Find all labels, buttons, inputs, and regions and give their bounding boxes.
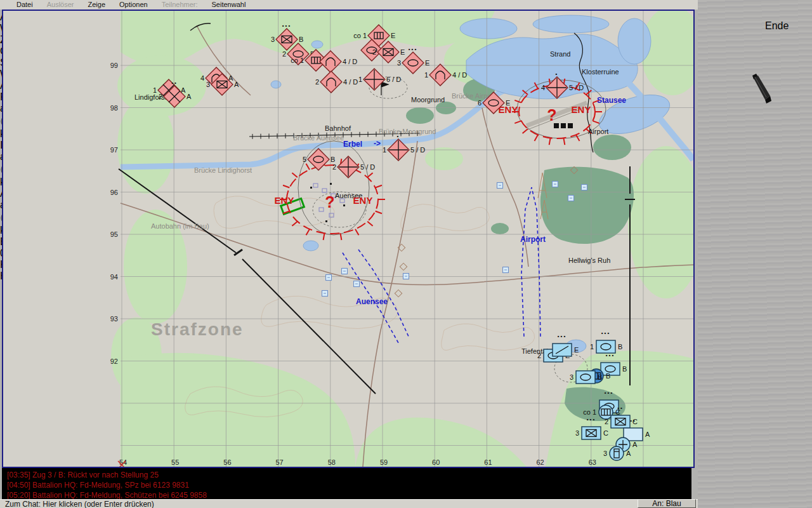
map-label: Strafzone: [151, 319, 244, 339]
map-graphic-icon: [354, 281, 360, 287]
grid-col-label: 56: [223, 458, 231, 466]
unit-label-left: 5: [303, 156, 306, 163]
pen-icon: [747, 68, 776, 105]
unit-label-right: E: [425, 59, 429, 67]
map-graphic-icon: [342, 269, 348, 274]
unit-label-left: co 1: [291, 57, 304, 64]
unit-label-right: C: [603, 429, 608, 437]
unit-label-right: 5 / D: [569, 84, 584, 91]
unit-strength-dots: ••: [630, 418, 636, 424]
menu-item-auslöser: Auslöser: [47, 0, 74, 10]
chat-recipient-button[interactable]: An: Blau: [638, 499, 696, 508]
unit-strength-dots: •: [397, 133, 400, 139]
map-label: Stausee: [597, 96, 626, 105]
unit-label-left: 3: [397, 59, 401, 67]
map-label: Strand: [550, 50, 570, 58]
map-graphic-icon: [326, 275, 332, 281]
unit-label-left: 2: [537, 352, 541, 359]
map-graphic-icon: [568, 196, 574, 201]
map-label: ENY: [353, 195, 373, 206]
map-graphic-icon: [503, 267, 509, 273]
unit-label-left: 2: [605, 418, 608, 425]
unit-strength-dots: ••: [617, 405, 624, 411]
menu-item-datei[interactable]: Datei: [16, 0, 33, 10]
unit-label-left: 3: [575, 429, 579, 437]
unit-label-left: 4: [200, 74, 204, 82]
unit-strength-dots: ••: [171, 80, 178, 86]
map-label: Hellwig's Ruh: [568, 257, 610, 264]
unit-label-right: B: [622, 365, 627, 373]
map-label: Auensee: [356, 297, 388, 306]
map-graphic-icon: [553, 182, 558, 187]
unit-label-right: B: [598, 373, 602, 381]
menu-item-optionen[interactable]: Optionen: [119, 0, 148, 10]
grid-col-label: 59: [380, 458, 388, 466]
grid-col-label: 63: [589, 458, 596, 466]
unit-label-left: 6: [478, 99, 481, 107]
unit-label-right: B: [299, 36, 303, 43]
grid-col-label: 55: [171, 458, 179, 466]
unit-label-right: 4 / D: [452, 71, 467, 79]
map-label: Bahnhof: [325, 124, 351, 132]
menu-item-seitenwahl[interactable]: Seitenwahl: [212, 0, 246, 10]
grid-col-label: 58: [328, 458, 336, 466]
unit-label-right: E: [506, 99, 510, 107]
map-label: Airport: [588, 128, 608, 135]
map-graphic-icon: [497, 183, 503, 189]
unit-strength-dots: •••: [606, 352, 615, 358]
unit-label-left: 3: [603, 450, 607, 457]
unit-label-left: 1: [383, 146, 386, 154]
map-canvas[interactable]: 999897969594939254555657585960616263: [2, 10, 695, 468]
unit-label-right: 4 / D: [343, 78, 358, 86]
unit-strength-dots: •••: [605, 390, 613, 396]
unit-label-left: 1: [153, 86, 157, 94]
unit-label-left: 3: [570, 373, 573, 381]
grid-col-label: 62: [536, 458, 544, 466]
map-label: ENY: [275, 195, 294, 206]
menu-bar: DateiAuslöserZeigeOptionenTeilnehmer:Sei…: [0, 0, 812, 10]
map-graphic-icon: [582, 185, 587, 190]
map-label: Moorgrund: [411, 96, 445, 104]
grid-col-label: 60: [432, 458, 440, 466]
unit-strength-dots: •••: [587, 417, 596, 422]
ende-button[interactable]: Ende: [765, 20, 790, 46]
chat-bar[interactable]: Zum Chat: Hier klicken (oder Enter drück…: [0, 499, 698, 508]
unit-label-left: 1: [590, 343, 594, 351]
grid-row-label: 94: [110, 273, 118, 281]
map-label: Airport: [520, 235, 546, 244]
unit-label-right: A: [645, 431, 650, 438]
map-graphic-icon: [322, 291, 328, 297]
unit-label-right: A: [626, 450, 631, 457]
map-label: Brücke Moorgrund: [379, 128, 436, 135]
map-label: Brücke Auensee: [293, 134, 344, 142]
unit-label-left: co 1: [583, 408, 596, 416]
grid-row-label: 97: [110, 146, 118, 154]
grid-row-label: 95: [110, 231, 118, 238]
unit-label-left: 2: [372, 48, 376, 56]
grid-row-label: 93: [110, 315, 118, 323]
map-label: Brücke Lindighorst: [194, 166, 252, 174]
unit-label-left: 2: [282, 50, 286, 58]
menu-item-teilnehmer: Teilnehmer:: [162, 0, 198, 10]
unit-strength-dots: •••: [282, 23, 291, 29]
grid-col-label: 54: [119, 458, 127, 466]
unit-label-right: A: [234, 81, 239, 88]
map-label: ?: [325, 193, 334, 211]
unit-label-left: 3: [271, 36, 275, 43]
unit-strength-dots: •••: [409, 46, 417, 52]
unit-label-right: E: [400, 48, 405, 56]
unit-strength-dots: •••: [558, 333, 566, 339]
grid-row-label: 99: [110, 62, 118, 69]
unit-label-right: 5 / D: [360, 163, 375, 171]
map-graphic-icon: [403, 274, 409, 279]
menu-item-zeige[interactable]: Zeige: [88, 0, 105, 10]
unit-label-left: 2: [159, 93, 162, 100]
map-label: ?: [547, 106, 556, 124]
grid-col-label: 57: [275, 458, 283, 466]
map-viewport[interactable]: 999897969594939254555657585960616263: [2, 10, 695, 468]
unit-label-right: B: [618, 343, 622, 351]
unit-label-right: 4 / D: [343, 58, 357, 65]
unit-label-left: co 1: [353, 32, 367, 39]
unit-label-right: A: [187, 93, 192, 100]
unit-strength-dots: •: [556, 71, 559, 77]
